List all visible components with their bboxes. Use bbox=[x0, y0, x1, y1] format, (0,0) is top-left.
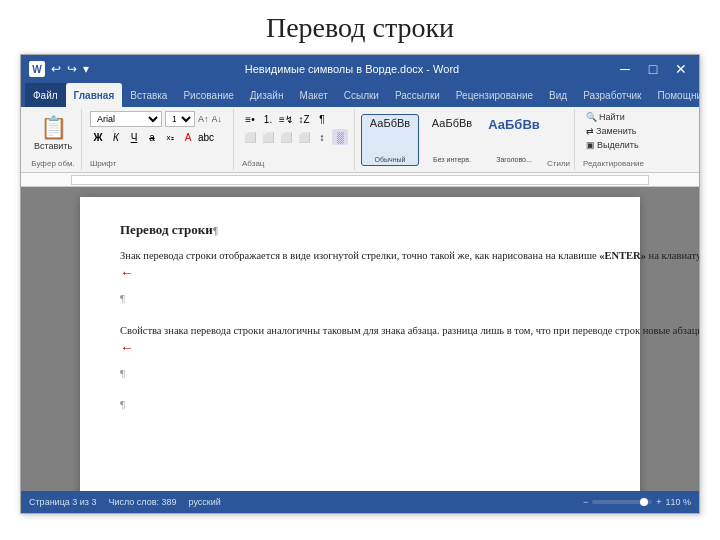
maximize-button[interactable]: □ bbox=[643, 61, 663, 77]
tab-mailings[interactable]: Рассылки bbox=[387, 83, 448, 107]
pilcrow-line-3: ¶ bbox=[120, 397, 600, 413]
zoom-bar: − + 110 % bbox=[583, 497, 691, 507]
font-name-select[interactable]: Arial bbox=[90, 111, 162, 127]
align-buttons: ⬜ ⬜ ⬜ ⬜ ↕ ░ bbox=[242, 129, 348, 145]
line-spacing-button[interactable]: ↕ bbox=[314, 129, 330, 145]
numbering-button[interactable]: 1. bbox=[260, 111, 276, 127]
paste-label: Вставить bbox=[34, 141, 72, 151]
status-bar: Страница 3 из 3 Число слов: 389 русский … bbox=[21, 491, 699, 513]
font-group-label: Шрифт bbox=[90, 157, 116, 168]
style-heading1[interactable]: АаБбВв Заголово... bbox=[485, 114, 543, 166]
ruler-inner bbox=[71, 175, 649, 185]
editing-group-label: Редактирование bbox=[583, 157, 644, 168]
list-buttons: ≡• 1. ≡↯ ↕Z ¶ bbox=[242, 111, 330, 127]
paragraph-group: ≡• 1. ≡↯ ↕Z ¶ ⬜ ⬜ ⬜ ⬜ ↕ ░ Абзац bbox=[236, 109, 355, 170]
word-count[interactable]: Число слов: 389 bbox=[108, 497, 176, 507]
style-heading1-label: Заголово... bbox=[496, 156, 532, 163]
sort-button[interactable]: ↕Z bbox=[296, 111, 312, 127]
word-window: W ↩ ↪ ▾ Невидимые символы в Ворде.docx -… bbox=[20, 54, 700, 514]
replace-button[interactable]: ⇄ Заменить bbox=[583, 125, 639, 137]
replace-label: Заменить bbox=[596, 126, 636, 136]
pilcrow-button[interactable]: ¶ bbox=[314, 111, 330, 127]
find-label: Найти bbox=[599, 112, 625, 122]
tab-draw[interactable]: Рисование bbox=[175, 83, 241, 107]
select-label: Выделить bbox=[597, 140, 639, 150]
document-page[interactable]: Перевод строки¶ Знак перевода строки ото… bbox=[80, 197, 640, 491]
find-button[interactable]: 🔍 Найти bbox=[583, 111, 628, 123]
redo-button[interactable]: ↪ bbox=[67, 62, 77, 76]
align-center-button[interactable]: ⬜ bbox=[260, 129, 276, 145]
window-controls: ─ □ ✕ bbox=[615, 61, 691, 77]
doc-heading: Перевод строки¶ bbox=[120, 221, 600, 240]
tab-file[interactable]: Файл bbox=[25, 83, 66, 107]
red-arrow-1: ← bbox=[120, 263, 134, 283]
subscript-button[interactable]: x₂ bbox=[162, 129, 178, 145]
zoom-in-button[interactable]: + bbox=[656, 497, 661, 507]
paste-icon: 📋 bbox=[40, 117, 67, 139]
grow-font-button[interactable]: A↑ bbox=[198, 114, 209, 124]
tab-view[interactable]: Вид bbox=[541, 83, 575, 107]
align-justify-button[interactable]: ⬜ bbox=[296, 129, 312, 145]
font-size-select[interactable]: 13 bbox=[165, 111, 195, 127]
font-selector-row: Arial 13 A↑ A↓ bbox=[90, 111, 227, 127]
align-right-button[interactable]: ⬜ bbox=[278, 129, 294, 145]
style-no-spacing[interactable]: АаБбВв Без интерв. bbox=[423, 114, 481, 166]
heading-pilcrow: ¶ bbox=[213, 225, 218, 236]
document-area: Перевод строки¶ Знак перевода строки ото… bbox=[21, 187, 699, 491]
doc-para-2: Свойства знака перевода строки аналогичн… bbox=[120, 323, 600, 359]
strikethrough-button[interactable]: a bbox=[144, 129, 160, 145]
underline-button[interactable]: Ч bbox=[126, 129, 142, 145]
clipboard-label: Буфер обм. bbox=[31, 157, 74, 168]
select-icon: ▣ bbox=[586, 140, 595, 150]
multilevel-button[interactable]: ≡↯ bbox=[278, 111, 294, 127]
style-nospacing-preview: АаБбВв bbox=[426, 117, 478, 130]
tab-developer[interactable]: Разработчик bbox=[575, 83, 649, 107]
highlight-button[interactable]: abc bbox=[198, 129, 214, 145]
tab-home[interactable]: Главная bbox=[66, 83, 123, 107]
zoom-level[interactable]: 110 % bbox=[665, 497, 691, 507]
bold-button[interactable]: Ж bbox=[90, 129, 106, 145]
font-format-row: Ж К Ч a x₂ A abc bbox=[90, 129, 214, 145]
font-color-button[interactable]: A bbox=[180, 129, 196, 145]
undo-button[interactable]: ↩ bbox=[51, 62, 61, 76]
find-icon: 🔍 bbox=[586, 112, 597, 122]
select-button[interactable]: ▣ Выделить bbox=[583, 139, 642, 151]
title-bar-left: W ↩ ↪ ▾ bbox=[29, 61, 89, 77]
lang-indicator[interactable]: русский bbox=[189, 497, 221, 507]
style-normal-label: Обычный bbox=[375, 156, 406, 163]
page-count[interactable]: Страница 3 из 3 bbox=[29, 497, 96, 507]
shrink-font-button[interactable]: A↓ bbox=[212, 114, 223, 124]
ribbon-tabs: Файл Главная Вставка Рисование Дизайн Ма… bbox=[21, 83, 699, 107]
paste-button[interactable]: 📋 Вставить bbox=[31, 111, 75, 157]
ruler bbox=[21, 173, 699, 187]
pilcrow-line-1: ¶ bbox=[120, 291, 600, 307]
enter-bold: «ENTER» bbox=[599, 250, 646, 261]
style-nospacing-label: Без интерв. bbox=[433, 156, 471, 163]
status-right: − + 110 % bbox=[583, 497, 691, 507]
tab-references[interactable]: Ссылки bbox=[336, 83, 387, 107]
tab-insert[interactable]: Вставка bbox=[122, 83, 175, 107]
bullets-button[interactable]: ≡• bbox=[242, 111, 258, 127]
style-heading1-preview: АаБбВв bbox=[488, 117, 540, 133]
pilcrow-line-2: ¶ bbox=[120, 366, 600, 382]
tab-layout[interactable]: Макет bbox=[291, 83, 335, 107]
tab-design[interactable]: Дизайн bbox=[242, 83, 292, 107]
styles-group: АаБбВв Обычный АаБбВв Без интерв. АаБбВв… bbox=[357, 109, 575, 170]
zoom-track[interactable] bbox=[592, 500, 652, 504]
style-normal[interactable]: АаБбВв Обычный bbox=[361, 114, 419, 166]
close-button[interactable]: ✕ bbox=[671, 61, 691, 77]
tab-help[interactable]: Помощни bbox=[650, 83, 711, 107]
tab-review[interactable]: Рецензирование bbox=[448, 83, 541, 107]
align-left-button[interactable]: ⬜ bbox=[242, 129, 258, 145]
styles-group-label: Стили bbox=[547, 157, 570, 168]
replace-icon: ⇄ bbox=[586, 126, 594, 136]
editing-group: 🔍 Найти ⇄ Заменить ▣ Выделить Редактиров… bbox=[577, 109, 650, 170]
page-title: Перевод строки bbox=[266, 12, 454, 44]
title-bar: W ↩ ↪ ▾ Невидимые символы в Ворде.docx -… bbox=[21, 55, 699, 83]
zoom-out-button[interactable]: − bbox=[583, 497, 588, 507]
doc-para-1: Знак перевода строки отображается в виде… bbox=[120, 248, 600, 284]
word-icon: W bbox=[29, 61, 45, 77]
shading-button[interactable]: ░ bbox=[332, 129, 348, 145]
minimize-button[interactable]: ─ bbox=[615, 61, 635, 77]
italic-button[interactable]: К bbox=[108, 129, 124, 145]
